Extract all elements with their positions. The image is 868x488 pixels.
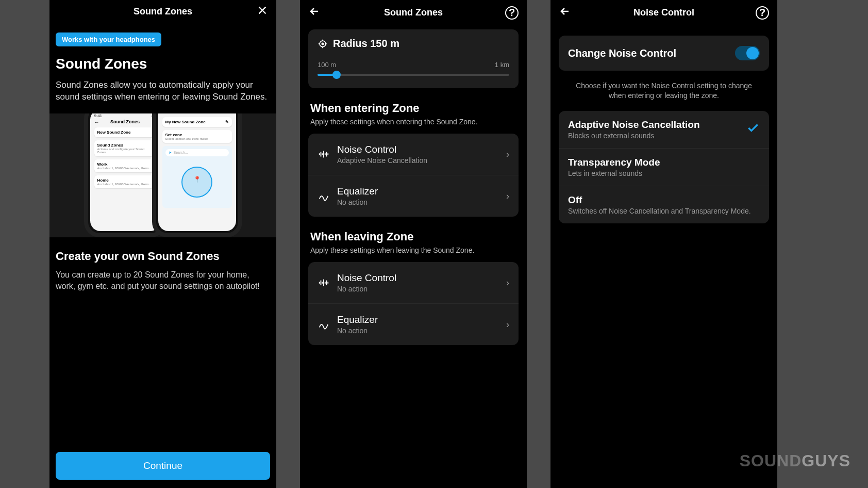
noise-icon	[318, 149, 330, 160]
header-title: Noise Control	[633, 7, 694, 18]
row-noise-control[interactable]: Noise ControlAdaptive Noise Cancellation…	[308, 134, 519, 175]
equalizer-icon	[318, 190, 330, 202]
chevron-right-icon: ›	[506, 319, 509, 330]
continue-button[interactable]: Continue	[56, 452, 270, 480]
slider-min: 100 m	[318, 61, 336, 69]
radius-card: Radius 150 m 100 m 1 km	[308, 29, 519, 88]
entering-list: Noise ControlAdaptive Noise Cancellation…	[308, 134, 519, 217]
option-off[interactable]: Off Switches off Noise Cancellation and …	[559, 186, 769, 223]
entering-section-header: When entering Zone Apply these settings …	[310, 102, 516, 126]
check-icon	[746, 121, 760, 138]
row-equalizer[interactable]: EqualizerNo action ›	[308, 175, 519, 217]
target-icon	[318, 39, 328, 49]
intro-text: Sound Zones allow you to automatically a…	[56, 79, 270, 103]
radius-slider[interactable]	[318, 74, 509, 76]
option-anc[interactable]: Adaptive Noise Cancellation Blocks out e…	[559, 111, 769, 149]
mock-phone-right: 9:41••• ←Sound Zones? My New Sound Zone✎…	[152, 113, 242, 237]
header-title: Sound Zones	[384, 7, 443, 18]
radius-label: Radius 150 m	[333, 38, 399, 50]
subheading: Create your own Sound Zones	[56, 250, 270, 263]
help-icon: ?	[229, 113, 232, 114]
body-text: You can create up to 20 Sound Zones for …	[56, 269, 270, 292]
hero-illustration: 9:41••• ←Sound Zones? New Sound Zone Sou…	[49, 113, 276, 237]
header-title: Sound Zones	[133, 6, 192, 17]
chevron-right-icon: ›	[506, 278, 509, 288]
change-noise-toggle[interactable]	[735, 46, 760, 60]
screen-noise-control: Noise Control ? Change Noise Control Cho…	[550, 0, 777, 488]
back-icon[interactable]	[308, 5, 321, 21]
map-pin-icon: 📍	[193, 176, 201, 183]
compatibility-badge: Works with your headphones	[56, 32, 161, 46]
leaving-list: Noise ControlNo action › EqualizerNo act…	[308, 262, 519, 345]
help-icon[interactable]: ?	[505, 6, 519, 20]
help-icon[interactable]: ?	[756, 6, 769, 20]
slider-thumb[interactable]	[332, 71, 341, 79]
leaving-section-header: When leaving Zone Apply these settings w…	[310, 230, 516, 255]
helper-text: Choose if you want the Noise Control set…	[571, 81, 757, 101]
back-arrow-icon: ←	[94, 119, 99, 125]
chevron-right-icon: ›	[506, 191, 509, 202]
location-icon: ➤	[169, 151, 172, 155]
row-noise-control[interactable]: Noise ControlNo action ›	[308, 262, 519, 304]
page-title: Sound Zones	[56, 56, 270, 72]
noise-icon	[318, 277, 330, 288]
close-icon[interactable]	[257, 5, 268, 19]
svg-point-1	[322, 43, 323, 44]
header: Sound Zones ?	[300, 0, 527, 25]
change-noise-toggle-row: Change Noise Control	[559, 36, 769, 71]
header: Noise Control ?	[550, 0, 777, 25]
edit-icon: ✎	[225, 120, 229, 124]
back-arrow-icon: ←	[162, 113, 168, 115]
option-transparency[interactable]: Transparency Mode Lets in external sound…	[559, 149, 769, 186]
equalizer-icon	[318, 319, 330, 330]
noise-mode-list: Adaptive Noise Cancellation Blocks out e…	[559, 111, 769, 223]
chevron-right-icon: ›	[506, 149, 509, 160]
screen-zone-settings: Sound Zones ? Radius 150 m 100 m 1 km Wh…	[300, 0, 527, 488]
back-icon[interactable]	[559, 5, 571, 21]
slider-max: 1 km	[495, 61, 509, 69]
watermark: SOUNDGUYS	[740, 451, 850, 470]
screen-intro: Sound Zones Works with your headphones S…	[49, 0, 276, 488]
header: Sound Zones	[49, 0, 276, 23]
row-equalizer[interactable]: EqualizerNo action ›	[308, 304, 519, 345]
toggle-label: Change Noise Control	[568, 47, 676, 59]
